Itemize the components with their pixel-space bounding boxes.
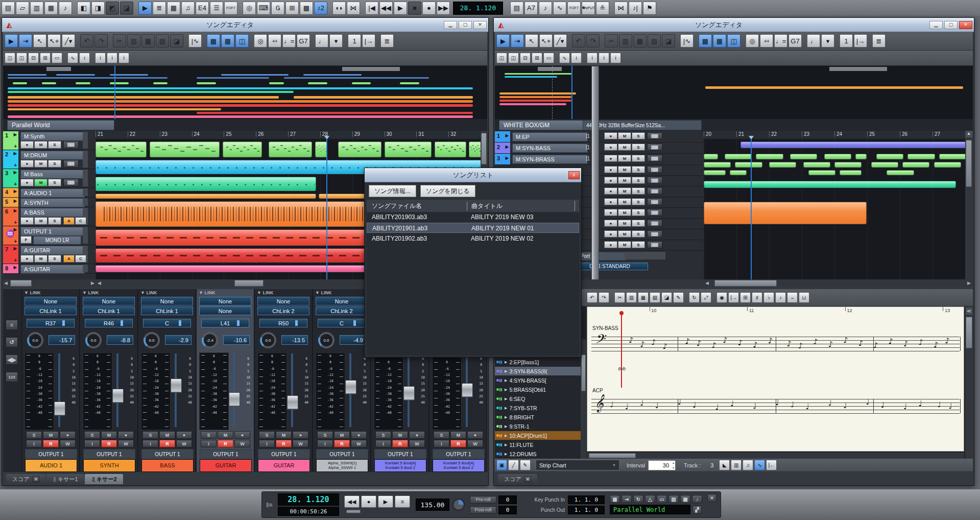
record-button[interactable]: ● (604, 132, 617, 139)
sb-tostart-button[interactable]: |← (766, 460, 777, 470)
align-left-button[interactable]: ◫ (5, 53, 15, 63)
paste-button[interactable]: ▦ (633, 34, 647, 48)
open-song-button[interactable]: ▱ (16, 2, 29, 15)
align-left-button[interactable]: ◫ (496, 53, 507, 63)
merge-button[interactable]: ⊟ (520, 53, 531, 63)
gain-display[interactable]: -2.9 (165, 335, 192, 345)
sb-notes-button[interactable]: ♫ (743, 460, 753, 470)
drum-pattern-button[interactable]: ▩ (300, 2, 313, 15)
mixer-channel[interactable]: ▼ LINKNoneChLink 1C0.0-2.960-6-12-18-24-… (138, 289, 196, 472)
chip-play-icon[interactable]: ▶ (505, 369, 507, 373)
score-list-item[interactable]: ▶5:BRASS[Obli1 (495, 385, 581, 394)
mute-button[interactable]: M (34, 141, 47, 149)
keyboard-button[interactable]: ⌨ (647, 209, 662, 216)
tempo-note-button[interactable]: ♩= (282, 34, 296, 48)
chart-type-dropdown[interactable]: Strip Chart▼ (536, 460, 619, 470)
note-value-button[interactable]: ♩ (807, 34, 820, 48)
pen-tool-button[interactable]: ╱▾ (62, 34, 75, 48)
fader-link-button[interactable]: F (20, 236, 32, 244)
pan-slider[interactable]: R50 (259, 319, 307, 327)
solo-button[interactable]: S (632, 155, 645, 162)
mute-rec-button[interactable]: ● (293, 431, 308, 439)
overview-scroll-handle[interactable] (538, 67, 562, 71)
pan-slider[interactable]: C (143, 319, 191, 327)
note-select-button[interactable]: ▾ (821, 34, 834, 48)
sc-copy-button[interactable]: ▥ (626, 292, 637, 303)
track-number-cell[interactable]: 4▶ (3, 188, 18, 197)
pan-slider-handle[interactable] (237, 320, 240, 326)
wave-small-button[interactable]: ∿ (553, 2, 566, 15)
score-scan-in-button[interactable]: �ePUT (582, 2, 595, 15)
wave-grid-view-button[interactable]: ▦ (713, 34, 726, 48)
fader-handle[interactable] (462, 383, 473, 397)
wave-edit-button[interactable]: ∿ (67, 53, 78, 63)
tp-marker-button[interactable]: ▭ (657, 495, 667, 503)
step-editor-button[interactable]: ⊞ (285, 2, 299, 15)
undo-button[interactable]: ↶ (80, 34, 93, 48)
tab-スコア[interactable]: スコア✕ (6, 474, 45, 484)
gain-knob[interactable]: 0.0 (144, 332, 160, 348)
mute-rec-button[interactable]: M (276, 431, 292, 439)
punch-out-value[interactable]: 1. 1. 0 (568, 506, 605, 514)
minimize-button[interactable]: ▁ (929, 21, 943, 29)
chip-bars-icon[interactable] (499, 453, 503, 456)
solo-button[interactable]: S (632, 209, 645, 216)
chip-bars-icon[interactable] (499, 388, 503, 391)
track-number-cell[interactable]: 3▶ (495, 154, 510, 164)
chip-bars-icon[interactable] (499, 443, 503, 446)
tp-metronome-button[interactable]: △ (645, 495, 655, 503)
link-slot-2[interactable]: ChLink 2 (316, 306, 368, 315)
mute-button[interactable]: M (34, 255, 47, 263)
mute-rec-button[interactable]: ● (467, 431, 483, 439)
track-name-box[interactable]: OUTPUT 1 (20, 227, 85, 236)
scroll-right-icon[interactable]: ▶ (91, 280, 94, 286)
chip-record-icon[interactable] (496, 416, 499, 418)
time-signature-button[interactable]: 4/4 (268, 34, 281, 48)
forward-button[interactable]: ▶▶ (437, 2, 450, 15)
record-button[interactable]: ● (422, 2, 436, 15)
clip[interactable] (704, 181, 956, 188)
clip[interactable] (95, 177, 316, 191)
chord-g7-button[interactable]: G7 (297, 34, 310, 48)
clip[interactable] (435, 141, 466, 157)
tp-list-button[interactable]: ≡ (395, 495, 410, 508)
chip-play-icon[interactable]: ▶ (505, 397, 507, 401)
clip[interactable] (725, 154, 752, 159)
solo-button[interactable]: S (632, 132, 645, 139)
mixer-narrow-button[interactable]: ◀▶ (6, 354, 18, 365)
sc-marker-button[interactable]: ◉ (716, 292, 727, 303)
score-list-item[interactable]: ▶11:FLUTE (495, 440, 581, 449)
frame-view-button[interactable]: ◫ (235, 34, 249, 48)
redo-button[interactable]: ↷ (586, 34, 600, 48)
solo-button[interactable]: S (632, 177, 645, 184)
sb-wave-button[interactable]: ∿ (754, 460, 765, 470)
song-editor-view-button[interactable]: ▶ (138, 2, 152, 15)
link-header[interactable]: ▼ LINK (140, 290, 157, 295)
clip[interactable] (769, 162, 796, 168)
strip-button[interactable]: ▭ (52, 53, 62, 63)
gain-display[interactable]: -4.9 (340, 335, 366, 345)
multi-select-tool-button[interactable]: ↖+ (539, 34, 553, 48)
mute-rec-button[interactable]: ● (118, 431, 134, 439)
keyboard-button[interactable]: ⌨ (647, 155, 662, 162)
record-button[interactable]: ● (604, 230, 617, 238)
automation-w-button[interactable]: W (176, 440, 192, 447)
gain-knob[interactable]: -2.4 (202, 332, 218, 348)
gain-knob[interactable]: 0.0 (27, 332, 43, 348)
track-expand-icon[interactable]: + (14, 181, 17, 187)
fader-handle[interactable] (229, 392, 240, 407)
chip-play-icon[interactable]: ▶ (505, 434, 507, 438)
gain-knob[interactable]: 0.0 (85, 332, 102, 348)
go-start-button[interactable]: |◀ (365, 2, 378, 15)
tempo-knob[interactable] (452, 499, 465, 511)
clip[interactable] (855, 154, 867, 159)
info-3-button[interactable]: i (118, 53, 129, 63)
link-header[interactable]: ▼ LINK (257, 290, 273, 295)
solo-button[interactable]: S (632, 198, 645, 205)
voice-12-button[interactable]: ♪2 (314, 2, 327, 15)
insert-marker-button[interactable]: |∿ (188, 34, 202, 48)
play-button[interactable]: ▶ (5, 34, 18, 48)
pen-tool-button[interactable]: ╱▾ (554, 34, 567, 48)
channel-name-box[interactable]: Kontakt 5 8out[4]Kontakt 5 8out 2 (433, 459, 485, 472)
score-playhead-handle[interactable] (619, 311, 624, 315)
